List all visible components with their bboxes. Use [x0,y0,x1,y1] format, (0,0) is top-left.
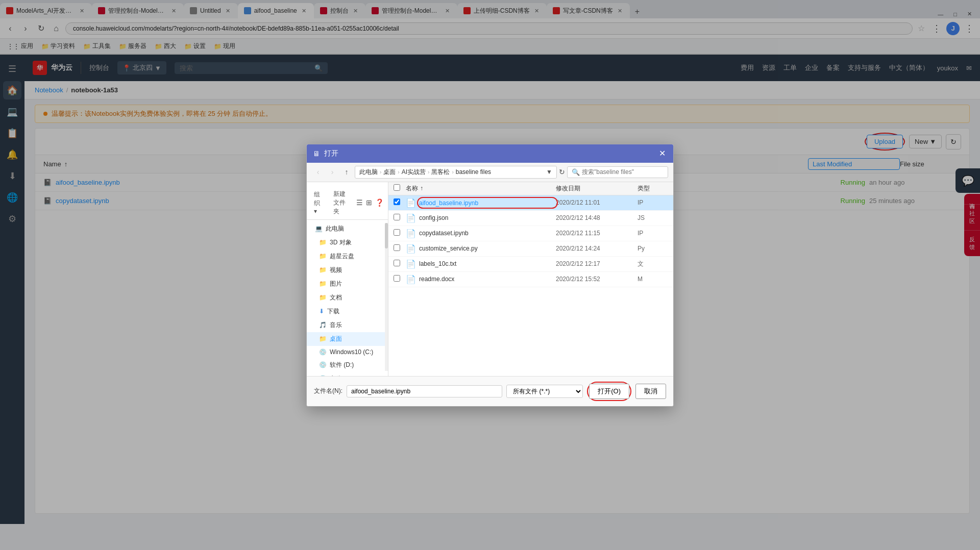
cancel-button[interactable]: 取消 [635,384,666,399]
sidebar-item-downloads[interactable]: ⬇ 下载 [307,305,388,318]
sidebar-item-cloud[interactable]: 📁 超星云盘 [307,249,388,263]
file-type-6: M [638,276,668,283]
file-checkbox-6[interactable] [394,275,406,283]
sidebar-item-3d[interactable]: 📁 3D 对象 [307,236,388,249]
bc-sep3: › [428,169,429,175]
e-drive-icon: 💿 [319,375,327,376]
grid-view-button[interactable]: ⊞ [366,198,372,207]
sidebar-item-documents[interactable]: 📁 文档 [307,291,388,305]
dialog-files-list: 📄 aifood_baseline.ipynb 2020/2/12 11:01 … [388,195,673,376]
bc-hacker[interactable]: 黑客松 [431,168,450,177]
dialog-file-area: 名称 ↑ 修改日期 类型 📄 aifood_base [388,182,673,376]
folder-video-icon: 📁 [319,266,327,273]
dialog-body: 组织 ▾ 新建文件夹 ☰ ⊞ ❓ 💻 此电脑 📁 [307,182,673,376]
dialog-filename-6: readme.docx [419,276,556,283]
file-checkbox-1[interactable] [394,198,406,207]
folder-docs-icon: 📁 [319,294,327,301]
file-date-1: 2020/2/12 11:01 [556,199,638,206]
sidebar-item-downloads-label: 下载 [327,307,339,316]
dialog-up-button[interactable]: ↑ [340,166,353,178]
select-all-checkbox[interactable] [394,184,400,191]
dialog-refresh-button[interactable]: ↻ [559,168,565,176]
open-button[interactable]: 打开(O) [589,384,629,399]
dialog-overlay: 🖥 打开 ✕ ‹ › ↑ 此电脑 › 桌面 › AI实战营 › 黑客松 › ba… [0,0,980,524]
open-btn-container: 打开(O) [587,382,631,401]
dialog-search-input[interactable] [582,168,664,176]
file-checkbox-4[interactable] [394,244,406,253]
d-drive-icon: 💿 [319,361,327,368]
dialog-back-button[interactable]: ‹ [312,166,324,178]
filetype-select[interactable]: 所有文件 (*.*) [506,385,583,398]
dialog-file-row-6[interactable]: 📄 readme.docx 2020/2/12 15:52 M [388,272,673,287]
file-icon-2: 📄 [406,213,416,223]
dialog-file-row-2[interactable]: 📄 config.json 2020/2/12 14:48 JS [388,211,673,226]
dialog-file-row-3[interactable]: 📄 copydataset.ipynb 2020/2/12 11:15 IP [388,226,673,241]
dialog-breadcrumb: 此电脑 › 桌面 › AI实战营 › 黑客松 › baseline files … [355,166,557,179]
col-header-type[interactable]: 类型 [638,184,668,193]
new-folder-button[interactable]: 新建文件夹 [330,189,351,217]
bc-sep2: › [398,169,399,175]
sidebar-scrollthumb [385,223,388,248]
col-header-date[interactable]: 修改日期 [556,184,638,193]
sidebar-item-c-drive[interactable]: 💿 Windows10 (C:) [307,346,388,358]
desktop-icon: 📁 [319,335,327,342]
sidebar-item-music[interactable]: 🎵 音乐 [307,318,388,332]
file-type-4: Py [638,245,668,252]
dialog-file-row-5[interactable]: 📄 labels_10c.txt 2020/2/12 12:17 文 [388,257,673,272]
dialog-search-box: 🔍 [567,166,668,178]
file-icon-4: 📄 [406,244,416,254]
file-date-3: 2020/2/12 11:15 [556,230,638,237]
sidebar-item-e-drive-label: 办公 (E:) [330,374,354,376]
sidebar-item-d-drive-label: 软件 (D:) [330,361,354,369]
organize-button[interactable]: 组织 ▾ [311,189,325,216]
download-icon: ⬇ [319,308,324,315]
dialog-file-row-4[interactable]: 📄 customize_service.py 2020/2/12 14:24 P… [388,241,673,257]
dialog-forward-button[interactable]: › [326,166,338,178]
dialog-filename-4: customize_service.py [419,245,556,252]
sidebar-item-pictures[interactable]: 📁 图片 [307,277,388,291]
bc-dropdown-arrow[interactable]: ▼ [546,168,552,176]
col-check [394,184,406,192]
help-button[interactable]: ❓ [375,198,384,207]
open-btn-circle: 打开(O) [587,382,631,401]
file-icon-6: 📄 [406,274,416,284]
col-name-label: 名称 [406,184,418,193]
sidebar-item-computer-label: 此电脑 [326,224,344,233]
file-date-2: 2020/2/12 14:48 [556,214,638,221]
bc-sep4: › [452,169,453,175]
bc-baseline[interactable]: baseline files [456,168,491,176]
file-type-5: 文 [638,260,668,268]
dialog-close-button[interactable]: ✕ [657,148,667,159]
dialog-title-icon: 🖥 [313,149,320,158]
file-type-2: JS [638,214,668,221]
dialog-file-list-header: 名称 ↑ 修改日期 类型 [388,182,673,195]
view-buttons: ☰ ⊞ ❓ [356,198,384,207]
file-checkbox-5[interactable] [394,260,406,268]
col-name-sort: ↑ [420,185,423,192]
sidebar-item-computer[interactable]: 💻 此电脑 [307,222,388,236]
file-icon-5: 📄 [406,259,416,269]
dialog-file-row-1[interactable]: 📄 aifood_baseline.ipynb 2020/2/12 11:01 … [388,195,673,211]
file-icon-3: 📄 [406,229,416,238]
sidebar-item-d-drive[interactable]: 💿 软件 (D:) [307,358,388,372]
bc-ai[interactable]: AI实战营 [402,168,426,177]
dialog-navbar: ‹ › ↑ 此电脑 › 桌面 › AI实战营 › 黑客松 › baseline … [307,163,673,182]
dialog-filename-5: labels_10c.txt [419,260,556,267]
file-type-3: IP [638,230,668,237]
bc-desktop[interactable]: 桌面 [383,168,396,177]
bc-computer[interactable]: 此电脑 [359,168,378,177]
filename-input[interactable] [347,385,502,397]
sidebar-item-video[interactable]: 📁 视频 [307,263,388,277]
list-view-button[interactable]: ☰ [356,198,363,207]
sidebar-item-documents-label: 文档 [330,293,342,302]
sidebar-group-computer: 💻 此电脑 📁 3D 对象 📁 超星云盘 📁 视频 [307,220,388,376]
col-header-name[interactable]: 名称 ↑ [406,184,556,193]
file-checkbox-2[interactable] [394,214,406,222]
file-date-5: 2020/2/12 12:17 [556,260,638,267]
sidebar-item-desktop-label: 桌面 [330,335,342,343]
folder-cloud-icon: 📁 [319,253,327,260]
sidebar-item-e-drive[interactable]: 💿 办公 (E:) [307,372,388,376]
sidebar-item-desktop[interactable]: 📁 桌面 [307,332,388,346]
dialog-titlebar: 🖥 打开 ✕ [307,144,673,163]
file-checkbox-3[interactable] [394,229,406,237]
